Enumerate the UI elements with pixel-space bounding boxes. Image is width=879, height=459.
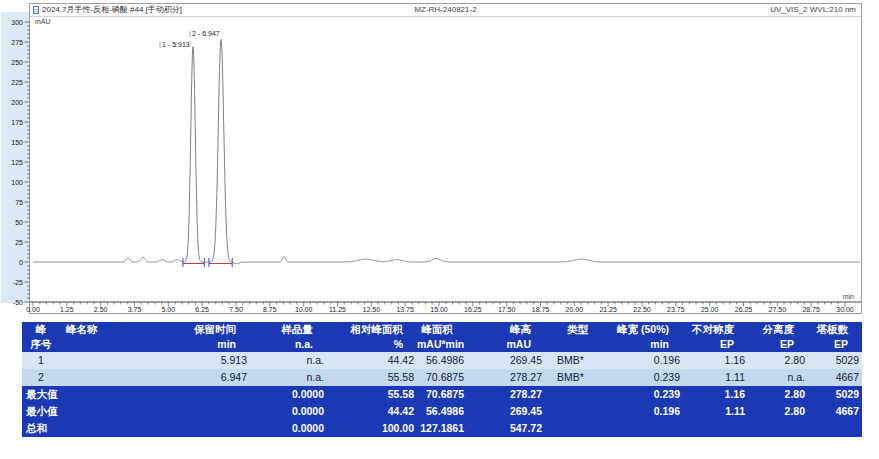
- peak-result-row[interactable]: 26.947n.a.55.5870.6875278.27BMB*0.2391.1…: [22, 369, 862, 386]
- column-header: [545, 337, 610, 352]
- column-header: EP: [683, 337, 748, 352]
- chromatogram-title: 2024.7月手性-反相-磷酸 #44 [手动积分]: [42, 4, 182, 15]
- column-header: min: [170, 337, 250, 352]
- summary-cell: 0.0000: [250, 403, 327, 420]
- column-header: %: [327, 337, 417, 352]
- summary-cell: 2.80: [748, 403, 808, 420]
- detector-channel: UV_VIS_2 WVL:210 nm: [770, 4, 856, 15]
- column-header: n.a.: [250, 337, 327, 352]
- column-header: 序号: [22, 337, 60, 352]
- column-header: 保留时间: [170, 322, 250, 337]
- summary-cell: [610, 420, 683, 437]
- summary-cell: 269.45: [467, 403, 545, 420]
- result-cell: 1.16: [683, 352, 748, 369]
- table-header-row: 序号minn.a.%mAU*minmAUminEPEPEP: [22, 337, 862, 352]
- column-header: EP: [808, 337, 862, 352]
- result-cell: 1.11: [683, 369, 748, 386]
- summary-label: 总和: [22, 420, 250, 437]
- result-cell: [60, 352, 170, 369]
- document-icon: [33, 6, 39, 14]
- summary-row: 最小值0.000044.4256.4986269.450.1961.112.80…: [22, 403, 862, 420]
- result-cell: 70.6875: [417, 369, 467, 386]
- result-cell: n.a.: [250, 369, 327, 386]
- summary-cell: 1.11: [683, 403, 748, 420]
- column-header: 峰: [22, 322, 60, 337]
- summary-cell: [545, 403, 610, 420]
- peak-result-row[interactable]: 15.913n.a.44.4256.4986269.45BMB*0.1961.1…: [22, 352, 862, 369]
- result-cell: 2.80: [748, 352, 808, 369]
- summary-cell: 278.27: [467, 386, 545, 403]
- column-header: 样品量: [250, 322, 327, 337]
- column-header: min: [610, 337, 683, 352]
- result-cell: 55.58: [327, 369, 417, 386]
- column-header: 峰名称: [60, 322, 170, 337]
- chromatogram-plot-area[interactable]: [30, 16, 860, 302]
- result-cell: [60, 369, 170, 386]
- result-cell: 5029: [808, 352, 862, 369]
- results-table: 峰峰名称保留时间样品量相对峰面积峰面积峰高类型峰宽 (50%)不对称度分离度塔板…: [22, 322, 862, 437]
- y-axis-strip: [1, 12, 29, 303]
- summary-cell: 2.80: [748, 386, 808, 403]
- result-cell: 1: [22, 352, 60, 369]
- result-cell: n.a.: [748, 369, 808, 386]
- summary-cell: 547.72: [467, 420, 545, 437]
- column-header: 塔板数: [808, 322, 862, 337]
- result-cell: BMB*: [545, 352, 610, 369]
- column-header: 相对峰面积: [327, 322, 417, 337]
- result-cell: 4667: [808, 369, 862, 386]
- summary-cell: 44.42: [327, 403, 417, 420]
- summary-cell: 0.0000: [250, 386, 327, 403]
- table-header-row: 峰峰名称保留时间样品量相对峰面积峰面积峰高类型峰宽 (50%)不对称度分离度塔板…: [22, 322, 862, 337]
- application-window: 2024.7月手性-反相-磷酸 #44 [手动积分] MZ-RH-240821-…: [0, 0, 879, 459]
- summary-cell: [545, 420, 610, 437]
- summary-label: 最小值: [22, 403, 250, 420]
- column-header: 分离度: [748, 322, 808, 337]
- result-cell: 5.913: [170, 352, 250, 369]
- column-header: 峰面积: [417, 322, 467, 337]
- summary-cell: 127.1861: [417, 420, 467, 437]
- result-cell: n.a.: [250, 352, 327, 369]
- summary-cell: 70.6875: [417, 386, 467, 403]
- column-header: EP: [748, 337, 808, 352]
- summary-cell: [683, 420, 748, 437]
- result-cell: 6.947: [170, 369, 250, 386]
- summary-cell: 0.0000: [250, 420, 327, 437]
- chromatogram-header-left: 2024.7月手性-反相-磷酸 #44 [手动积分]: [33, 4, 182, 15]
- result-cell: 0.239: [610, 369, 683, 386]
- column-header: 类型: [545, 322, 610, 337]
- summary-cell: 0.239: [610, 386, 683, 403]
- sample-name: MZ-RH-240821-2: [230, 4, 661, 15]
- column-header: mAU*min: [417, 337, 467, 352]
- summary-cell: [748, 420, 808, 437]
- summary-row: 最大值0.000055.5870.6875278.270.2391.162.80…: [22, 386, 862, 403]
- column-header: 不对称度: [683, 322, 748, 337]
- summary-cell: [808, 420, 862, 437]
- summary-cell: 4667: [808, 403, 862, 420]
- summary-cell: 0.196: [610, 403, 683, 420]
- summary-cell: 1.16: [683, 386, 748, 403]
- summary-row: 总和0.0000100.00127.1861547.72: [22, 420, 862, 437]
- result-cell: 56.4986: [417, 352, 467, 369]
- summary-cell: 56.4986: [417, 403, 467, 420]
- column-header: [60, 337, 170, 352]
- column-header: mAU: [467, 337, 545, 352]
- summary-cell: 100.00: [327, 420, 417, 437]
- summary-cell: 55.58: [327, 386, 417, 403]
- results-table-container: 峰峰名称保留时间样品量相对峰面积峰面积峰高类型峰宽 (50%)不对称度分离度塔板…: [22, 322, 862, 437]
- summary-cell: [545, 386, 610, 403]
- result-cell: 0.196: [610, 352, 683, 369]
- summary-cell: 5029: [808, 386, 862, 403]
- result-cell: 2: [22, 369, 60, 386]
- column-header: 峰高: [467, 322, 545, 337]
- column-header: 峰宽 (50%): [610, 322, 683, 337]
- result-cell: BMB*: [545, 369, 610, 386]
- result-cell: 269.45: [467, 352, 545, 369]
- result-cell: 44.42: [327, 352, 417, 369]
- summary-label: 最大值: [22, 386, 250, 403]
- result-cell: 278.27: [467, 369, 545, 386]
